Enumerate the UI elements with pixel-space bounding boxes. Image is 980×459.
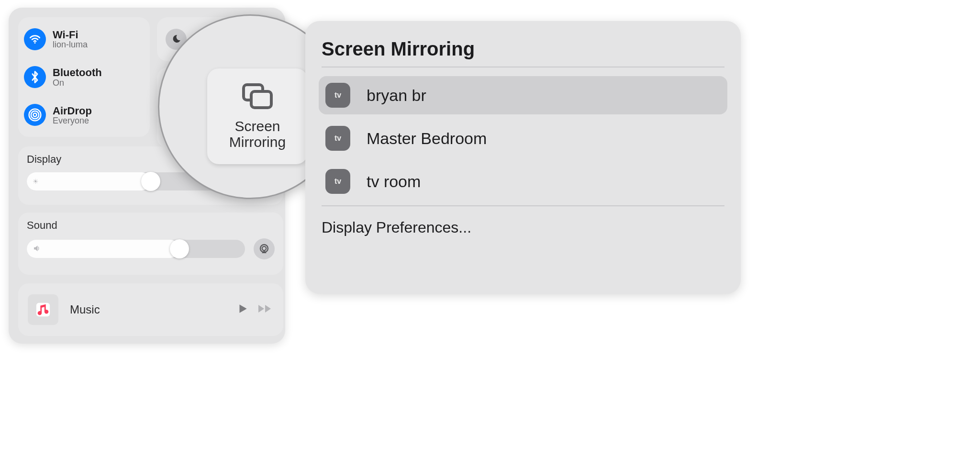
sound-module: Sound (18, 213, 283, 275)
display-preferences-link[interactable]: Display Preferences... (319, 215, 727, 240)
sound-slider-thumb[interactable] (170, 239, 189, 258)
bluetooth-label: Bluetooth (53, 67, 102, 78)
airdrop-icon (24, 104, 46, 126)
play-icon (236, 302, 249, 315)
fast-forward-icon (257, 302, 274, 315)
airdrop-label: AirDrop (53, 105, 92, 116)
play-button[interactable] (236, 302, 249, 317)
screen-mirroring-button[interactable]: Screen Mirroring (207, 68, 308, 164)
svg-point-1 (33, 113, 37, 117)
music-artwork (28, 294, 58, 325)
svg-point-2 (31, 111, 39, 119)
appletv-icon: tv (325, 126, 350, 151)
appletv-icon: tv (325, 169, 350, 194)
airplay-audio-button[interactable] (254, 238, 275, 259)
mirror-device-row[interactable]: tvtv room (319, 162, 727, 201)
speaker-icon (33, 244, 41, 254)
mirror-device-row[interactable]: tvMaster Bedroom (319, 119, 727, 157)
mirror-device-label: tv room (367, 172, 421, 191)
mirror-device-row[interactable]: tvbryan br (319, 76, 727, 114)
mag-line2: Mirroring (229, 134, 286, 150)
wifi-status: lion-luma (53, 40, 88, 49)
now-playing-module[interactable]: Music (18, 283, 283, 336)
divider (322, 67, 724, 67)
bluetooth-row[interactable]: Bluetooth On (24, 64, 144, 90)
sound-volume-slider[interactable] (27, 240, 245, 258)
mag-line1: Screen (229, 118, 286, 134)
appletv-icon: tv (325, 83, 350, 108)
mirror-device-list: tvbryan brtvMaster Bedroomtvtv room (319, 76, 727, 201)
svg-point-5 (262, 246, 266, 250)
mirror-title: Screen Mirroring (322, 38, 724, 60)
svg-rect-8 (251, 91, 271, 108)
screen-mirroring-popover: Screen Mirroring tvbryan brtvMaster Bedr… (305, 21, 741, 294)
divider (322, 205, 724, 206)
screen-mirroring-icon (241, 83, 274, 111)
sun-icon: ☀︎ (33, 178, 39, 185)
music-label: Music (70, 303, 225, 316)
next-button[interactable] (257, 302, 274, 317)
music-note-icon (35, 302, 51, 318)
svg-point-0 (34, 42, 35, 44)
airdrop-status: Everyone (53, 116, 92, 125)
sound-label: Sound (27, 219, 275, 232)
display-slider-thumb[interactable] (141, 172, 160, 191)
airdrop-row[interactable]: AirDrop Everyone (24, 102, 144, 128)
airplay-icon (258, 243, 270, 255)
mirror-device-label: bryan br (367, 86, 426, 105)
wifi-label: Wi-Fi (53, 29, 88, 40)
wifi-row[interactable]: Wi-Fi lion-luma (24, 26, 144, 52)
connectivity-module: Wi-Fi lion-luma Bluetooth On (18, 17, 150, 137)
bluetooth-status: On (53, 78, 102, 87)
bluetooth-icon (24, 66, 46, 88)
mirror-device-label: Master Bedroom (367, 129, 487, 148)
wifi-icon (24, 28, 46, 50)
